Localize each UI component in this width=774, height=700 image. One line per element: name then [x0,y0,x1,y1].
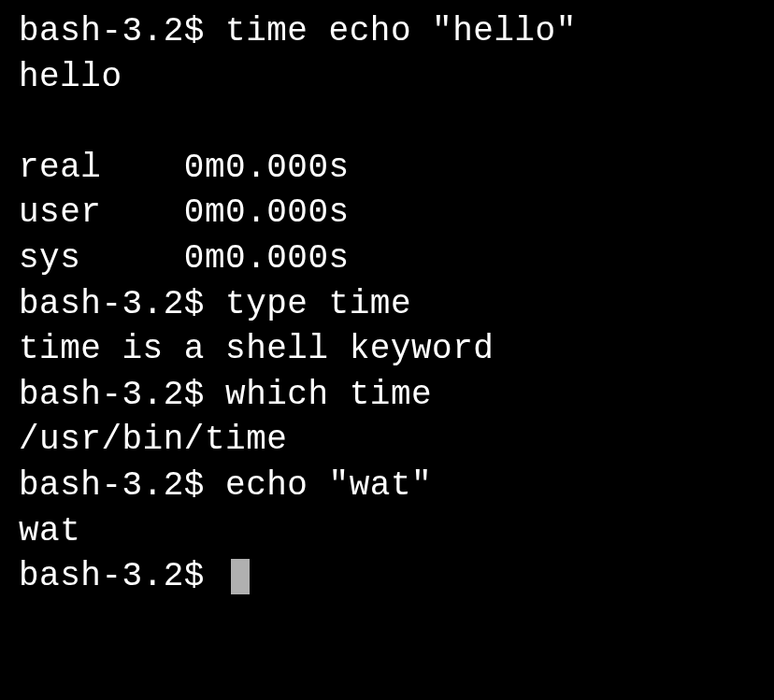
output-text: time is a shell keyword [19,330,494,368]
output-text: user 0m0.000s [19,193,350,232]
terminal-output[interactable]: bash-3.2$ time echo "hello"hello real 0m… [19,9,755,600]
output-text: real 0m0.000s [19,149,350,187]
terminal-line: /usr/bin/time [19,418,755,464]
shell-prompt: bash-3.2$ [19,285,225,323]
shell-prompt: bash-3.2$ [19,554,225,600]
terminal-line: bash-3.2$ time echo "hello" [19,9,755,55]
command-text: time echo "hello" [225,12,577,50]
terminal-line: sys 0m0.000s [19,236,755,282]
terminal-line: user 0m0.000s [19,191,755,236]
terminal-line: bash-3.2$ echo "wat" [19,464,755,509]
output-text: sys 0m0.000s [19,239,350,278]
command-text: echo "wat" [225,466,432,505]
terminal-line: bash-3.2$ [19,554,755,600]
terminal-line [19,100,755,146]
terminal-line: hello [19,55,755,101]
terminal-line: wat [19,509,755,555]
shell-prompt: bash-3.2$ [19,466,225,505]
shell-prompt: bash-3.2$ [19,376,225,414]
output-text: hello [19,58,122,96]
terminal-line: bash-3.2$ type time [19,282,755,328]
command-text: which time [225,376,432,414]
terminal-line: real 0m0.000s [19,146,755,192]
terminal-line: bash-3.2$ which time [19,373,755,419]
cursor-icon[interactable] [231,559,250,594]
terminal-line: time is a shell keyword [19,327,755,373]
output-text: wat [19,512,80,550]
command-text: type time [225,285,411,323]
output-text: /usr/bin/time [19,421,287,459]
shell-prompt: bash-3.2$ [19,12,225,50]
